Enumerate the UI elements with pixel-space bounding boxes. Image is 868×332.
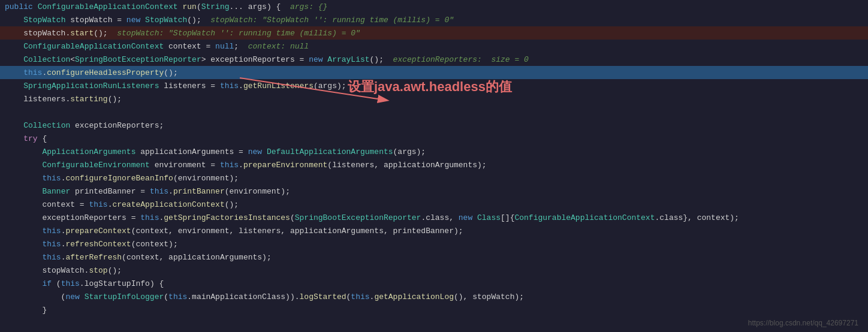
code-text: (context, applicationArguments); — [122, 253, 272, 262]
code-text: ( — [5, 292, 65, 301]
keyword-if: if — [42, 279, 52, 288]
watermark: https://blog.csdn.net/qq_42697271 — [748, 319, 858, 327]
code-text: < — [70, 55, 75, 64]
class-defaultappargs: DefaultApplicationArguments — [267, 147, 393, 156]
type-listeners: SpringApplicationRunListeners — [23, 82, 159, 90]
code-text: ( — [197, 2, 201, 11]
code-text: (); — [187, 16, 210, 25]
code-editor: public ConfigurableApplicationContext ru… — [0, 0, 868, 332]
code-text — [5, 161, 42, 170]
code-text: exceptionReporters; — [70, 121, 164, 130]
code-text — [5, 147, 42, 156]
method-refreshctx: refreshContext — [65, 240, 131, 249]
inline-comment: args: {} — [290, 2, 327, 11]
code-text: []{ — [501, 213, 514, 222]
code-text: listeners = — [159, 82, 219, 90]
code-text: (args); — [393, 147, 426, 156]
code-text: .mainApplicationClass)). — [187, 292, 299, 301]
code-text: . — [61, 253, 66, 262]
code-line-16: context = this . createApplicationContex… — [0, 198, 868, 211]
code-text — [5, 134, 23, 143]
method-createctx: createApplicationContext — [112, 200, 224, 209]
keyword-this5: this — [150, 187, 168, 196]
code-text: stopWatch. — [5, 29, 70, 38]
type-class: Class — [477, 213, 501, 222]
keyword-new: new — [126, 16, 140, 25]
code-text: (context); — [131, 240, 178, 249]
code-text — [5, 42, 23, 51]
code-text — [5, 227, 42, 236]
code-text — [323, 55, 328, 64]
code-text — [5, 16, 23, 25]
code-line-4: ConfigurableApplicationContext context =… — [0, 40, 868, 53]
type-stopwatch: StopWatch — [23, 16, 65, 25]
code-text: (); — [370, 55, 393, 64]
code-line-21: stopWatch. stop (); — [0, 264, 868, 277]
code-line-9 — [0, 105, 868, 119]
method-prepareenv: prepareEnvironment — [243, 161, 327, 170]
code-text: (args); — [314, 82, 346, 90]
code-text: . — [159, 213, 164, 222]
keyword-new4: new — [459, 213, 472, 222]
code-text — [5, 68, 23, 77]
code-line-5: Collection < SpringBootExceptionReporter… — [0, 53, 868, 66]
inline-comment-4: context: null — [248, 42, 309, 51]
method-preparectx: prepareContext — [65, 227, 131, 236]
code-text — [80, 292, 85, 301]
method-logstarted: logStarted — [300, 292, 346, 301]
code-line-1: public ConfigurableApplicationContext ru… — [0, 0, 868, 13]
code-text: . — [61, 227, 66, 236]
code-text: (environment); — [173, 174, 239, 183]
code-line-24: } — [0, 303, 868, 316]
code-line-26: listeners. started (context); — [0, 330, 868, 332]
method-configure: configureHeadlessProperty — [47, 68, 164, 77]
code-text: stopWatch. — [5, 266, 89, 275]
class-stopwatch: StopWatch — [145, 16, 187, 25]
code-text: } — [5, 306, 47, 315]
keyword-this4: this — [42, 174, 61, 183]
code-text: . — [239, 82, 243, 90]
keyword-null: null — [215, 42, 234, 51]
code-text — [5, 240, 42, 249]
code-text: environment = — [150, 161, 220, 170]
class-name: ConfigurableApplicationContext — [38, 2, 178, 11]
code-line-2: StopWatch stopWatch = new StopWatch (); … — [0, 13, 868, 26]
code-text: (); — [225, 200, 239, 209]
keyword-this9: this — [42, 240, 61, 249]
code-text: . — [168, 187, 173, 196]
code-text: listeners. — [5, 95, 70, 104]
method-printbanner: printBanner — [173, 187, 225, 196]
code-text: > exceptionReporters = — [201, 55, 309, 64]
code-text: . — [239, 161, 243, 170]
method-getapplog: getApplicationLog — [374, 292, 454, 301]
code-text — [5, 121, 23, 130]
keyword-new2: new — [309, 55, 323, 64]
code-line-18: this . prepareContext (context, environm… — [0, 224, 868, 237]
keyword-new5: new — [65, 292, 79, 301]
code-line-19: this . refreshContext (context); — [0, 237, 868, 250]
code-text: (), stopWatch); — [454, 292, 524, 301]
code-text: ( — [164, 292, 168, 301]
code-text: .class, — [421, 213, 458, 222]
method-configureigore: configureIgnoreBeanInfo — [65, 174, 173, 183]
keyword-this2: this — [220, 82, 239, 90]
type-collection: Collection — [23, 55, 70, 64]
keyword-this7: this — [140, 213, 159, 222]
code-text: (); — [108, 266, 122, 275]
keyword-this10: this — [42, 253, 61, 262]
type-banner: Banner — [42, 187, 70, 196]
code-text: context = — [164, 42, 215, 51]
annotation-text: 设置java.awt.headless的值 — [348, 78, 512, 96]
code-line-12: ApplicationArguments applicationArgument… — [0, 145, 868, 158]
code-text: context = — [5, 200, 89, 209]
code-line-23: ( new StartupInfoLogger ( this .mainAppl… — [0, 290, 868, 303]
class-confctx: ConfigurableApplicationContext — [514, 213, 655, 222]
method-name: run — [182, 2, 196, 11]
code-line-10: Collection exceptionReporters; — [0, 119, 868, 132]
code-line-14: this . configureIgnoreBeanInfo (environm… — [0, 171, 868, 185]
class-reporter: SpringBootExceptionReporter — [295, 213, 421, 222]
code-text — [33, 2, 38, 11]
keyword-new3: new — [248, 147, 262, 156]
code-text: (); — [164, 68, 177, 77]
type-collection2: Collection — [23, 121, 70, 130]
